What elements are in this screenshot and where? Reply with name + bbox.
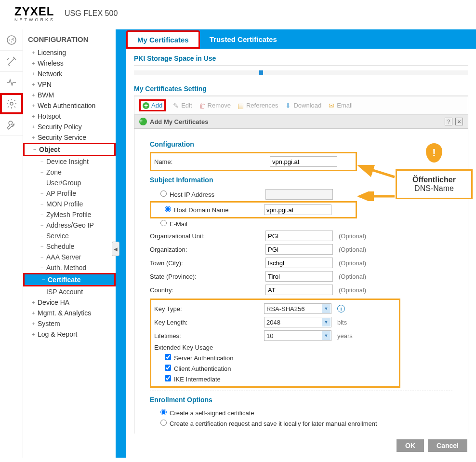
- eku-client-checkbox[interactable]: [165, 365, 171, 371]
- configuration-icon[interactable]: [0, 93, 23, 114]
- edit-icon: ✎: [172, 102, 179, 109]
- nav-web-auth[interactable]: +Web Authentication: [23, 100, 116, 111]
- host-ip-radio[interactable]: [160, 190, 167, 197]
- storage-title: PKI Storage Space in Use: [134, 49, 468, 66]
- content: My Certificates Trusted Certificates PKI…: [126, 29, 476, 458]
- nav-licensing[interactable]: +Licensing: [23, 47, 116, 58]
- icon-sidebar: [0, 29, 23, 458]
- product-name: USG FLEX 500: [65, 9, 118, 18]
- key-length-select[interactable]: 2048▼: [264, 317, 331, 327]
- nav-address-geo-ip[interactable]: −Address/Geo IP: [23, 220, 116, 231]
- nav-certificate[interactable]: −Certificate: [23, 273, 116, 286]
- nav-vpn[interactable]: +VPN: [23, 79, 116, 90]
- name-input[interactable]: [270, 156, 337, 167]
- logo: ZYXEL NETWORKS: [14, 5, 55, 22]
- host-domain-input[interactable]: [264, 204, 331, 215]
- wizard-icon[interactable]: [0, 51, 23, 72]
- email-radio[interactable]: [160, 220, 167, 226]
- country-input[interactable]: [265, 285, 333, 295]
- nav-zymesh-profile[interactable]: −ZyMesh Profile: [23, 209, 116, 220]
- ok-button[interactable]: OK: [397, 439, 424, 452]
- sidebar-title: CONFIGURATION: [23, 33, 116, 47]
- tab-trusted-certificates[interactable]: Trusted Certificates: [200, 29, 287, 49]
- maintenance-icon[interactable]: [0, 114, 23, 136]
- enroll-section: Enrollment Options: [150, 396, 452, 404]
- dialog-footer: OK Cancel: [126, 434, 476, 458]
- close-button[interactable]: ✕: [455, 118, 463, 125]
- nav-device-insight[interactable]: −Device Insight: [23, 156, 116, 167]
- header: ZYXEL NETWORKS USG FLEX 500: [0, 0, 476, 29]
- nav-log-report[interactable]: +Log & Report: [23, 329, 116, 340]
- email-button[interactable]: ✉Email: [328, 102, 353, 109]
- org-input[interactable]: [265, 244, 333, 255]
- sidebar: CONFIGURATION +Licensing +Wireless +Netw…: [23, 29, 116, 458]
- nav-service[interactable]: −Service: [23, 231, 116, 241]
- form: Configuration Name: Subject Information …: [134, 129, 468, 434]
- nav-hotspot[interactable]: +Hotspot: [23, 111, 116, 122]
- dashboard-icon[interactable]: [0, 29, 23, 51]
- nav-security-service[interactable]: +Security Service: [23, 132, 116, 143]
- monitor-icon[interactable]: [0, 72, 23, 93]
- chevron-down-icon: ▼: [322, 304, 331, 313]
- state-input[interactable]: [265, 271, 333, 282]
- arrow-icon: [357, 191, 396, 201]
- nav-isp-account[interactable]: −ISP Account: [23, 286, 116, 297]
- nav-user-group[interactable]: −User/Group: [23, 177, 116, 188]
- cancel-button[interactable]: Cancel: [428, 439, 467, 452]
- download-button[interactable]: ⬇Download: [285, 102, 321, 109]
- references-button[interactable]: ▤References: [238, 102, 278, 109]
- nav-network[interactable]: +Network: [23, 68, 116, 79]
- chevron-down-icon: ▼: [322, 331, 331, 340]
- edit-button[interactable]: ✎Edit: [172, 102, 192, 109]
- toolbar: +Add ✎Edit 🗑Remove ▤References ⬇Download…: [134, 96, 468, 115]
- tabs: My Certificates Trusted Certificates: [126, 29, 476, 49]
- svg-point-1: [10, 102, 13, 105]
- table-title: My Certificates Setting: [134, 79, 468, 96]
- nav-ap-profile[interactable]: −AP Profile: [23, 188, 116, 199]
- enroll-self-radio[interactable]: [160, 409, 167, 415]
- key-type-select[interactable]: RSA-SHA256▼: [264, 303, 331, 314]
- info-icon[interactable]: i: [337, 305, 345, 313]
- nav-object[interactable]: −Object: [23, 143, 116, 156]
- nav-zone[interactable]: −Zone: [23, 167, 116, 177]
- nav-schedule[interactable]: −Schedule: [23, 241, 116, 252]
- exclamation-icon: !: [426, 143, 442, 163]
- nav-aaa-server[interactable]: −AAA Server: [23, 252, 116, 262]
- download-icon: ⬇: [285, 102, 291, 109]
- svg-line-3: [359, 166, 395, 177]
- add-button[interactable]: +Add: [143, 102, 162, 109]
- storage-bar: [134, 70, 468, 75]
- references-icon: ▤: [238, 102, 244, 109]
- nav-mgmt-analytics[interactable]: +Mgmt. & Analytics: [23, 308, 116, 318]
- lifetimes-select[interactable]: 10▼: [264, 330, 331, 341]
- arrow-icon: [357, 165, 396, 179]
- nav-bwm[interactable]: +BWM: [23, 90, 116, 100]
- org-unit-input[interactable]: [265, 231, 333, 241]
- nav-system[interactable]: +System: [23, 318, 116, 329]
- remove-button[interactable]: 🗑Remove: [199, 102, 231, 109]
- nav-security-policy[interactable]: +Security Policy: [23, 122, 116, 132]
- nav-device-ha[interactable]: +Device HA: [23, 297, 116, 308]
- chevron-down-icon: ▼: [322, 318, 331, 326]
- nav-mon-profile[interactable]: −MON Profile: [23, 199, 116, 209]
- remove-icon: 🗑: [199, 102, 206, 109]
- add-icon: +: [143, 102, 149, 109]
- enroll-req-radio[interactable]: [160, 420, 167, 426]
- splitter-bar: ◀: [116, 29, 126, 458]
- help-button[interactable]: ?: [445, 118, 452, 125]
- eku-ike-checkbox[interactable]: [165, 375, 171, 381]
- callout: ! Öffentlicher DNS-Name: [396, 143, 473, 199]
- host-ip-input[interactable]: [265, 189, 333, 200]
- name-label: Name:: [154, 158, 270, 165]
- nav-auth-method[interactable]: −Auth. Method: [23, 262, 116, 273]
- add-icon: +: [139, 118, 147, 125]
- town-input[interactable]: [265, 258, 333, 268]
- tab-my-certificates[interactable]: My Certificates: [126, 30, 200, 49]
- host-domain-radio[interactable]: [165, 206, 171, 212]
- eku-server-checkbox[interactable]: [165, 354, 171, 360]
- splitter-handle[interactable]: ◀: [112, 242, 119, 256]
- nav-wireless[interactable]: +Wireless: [23, 58, 116, 68]
- email-icon: ✉: [328, 102, 335, 109]
- dialog-header: + Add My Certificates ? ✕: [134, 115, 468, 129]
